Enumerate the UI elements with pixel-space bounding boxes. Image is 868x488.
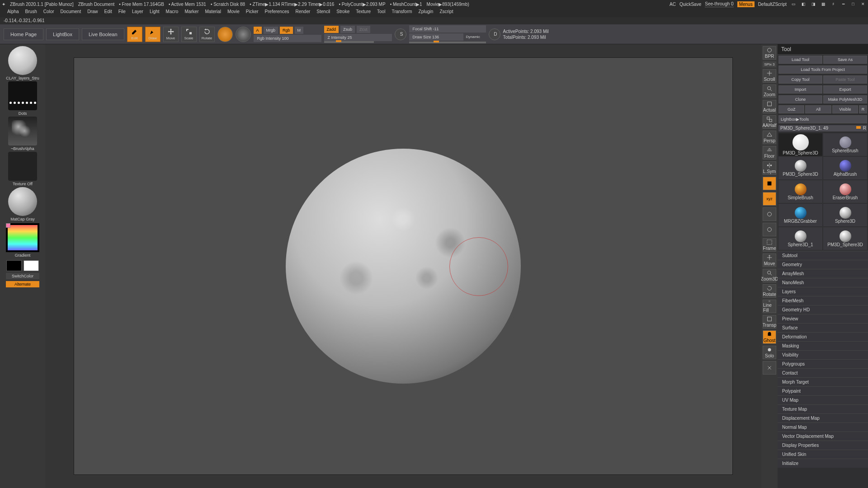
acc-arraymesh[interactable]: ArrayMesh [778,269,868,278]
gizmo-orb-a[interactable] [217,27,233,42]
tool-6[interactable]: MRGBZGrabber [778,204,822,226]
ricon-solo[interactable]: Solo [763,346,776,359]
menu-layer[interactable]: Layer [132,9,143,16]
acc-displayprops[interactable]: Display Properties [778,441,868,450]
minimize-icon[interactable]: ━ [840,1,846,7]
menu-zplugin[interactable]: Zplugin [419,9,434,16]
menu-brush[interactable]: Brush [25,9,37,16]
tab-home[interactable]: Home Page [4,28,43,40]
alpha-thumb[interactable] [8,117,37,145]
menu-movie[interactable]: Movie [227,9,240,16]
acc-morphtarget[interactable]: Morph Target [778,377,868,386]
maximize-icon[interactable]: □ [850,1,856,7]
zcut-toggle[interactable]: Zcut [357,26,370,33]
ricon-frame[interactable]: Frame [763,238,776,252]
menu-preferences[interactable]: Preferences [265,9,289,16]
mode-edit[interactable]: Edit [127,27,142,42]
ricon-move[interactable]: Move [763,253,776,267]
mode-rotate[interactable]: Rotate [199,27,215,42]
draw-size-slider[interactable] [409,42,486,43]
window-icon-3[interactable]: ◨ [810,1,816,7]
btn-pastetool[interactable]: Paste Tool [823,75,867,84]
matcap-thumb[interactable] [8,187,37,216]
menu-picker[interactable]: Picker [246,9,259,16]
tool-5[interactable]: EraserBrush [823,180,867,203]
ricon-transp[interactable]: Transp [763,315,776,328]
acc-unifiedskin[interactable]: Unified Skin [778,450,868,459]
dynamic-label[interactable]: Dynamic [466,35,480,39]
acc-uvmap[interactable]: UV Map [778,395,868,404]
ricon-rotate[interactable]: Rotate [763,284,776,298]
ricon-ghost[interactable]: Ghost [763,330,776,344]
ricon-zoom[interactable]: Zoom [763,84,776,98]
mrgb-toggle[interactable]: Mrgb [264,27,278,34]
zadd-toggle[interactable]: Zadd [324,26,339,33]
menus-toggle[interactable]: Menus [737,1,755,7]
acc-geometry[interactable]: Geometry [778,260,868,269]
ricon-scroll[interactable]: Scroll [763,69,776,83]
tool-0[interactable]: PM3D_Sphere3D [778,133,822,156]
menu-marker[interactable]: Marker [184,9,198,16]
acc-dispmap[interactable]: Displacement Map [778,413,868,422]
acc-contact[interactable]: Contact [778,368,868,377]
btn-visible[interactable]: Visible [832,105,858,113]
m-toggle[interactable]: M [295,27,304,34]
ricon-aahalf[interactable]: AAHalf [763,115,776,129]
acc-surface[interactable]: Surface [778,323,868,332]
acc-deformation[interactable]: Deformation [778,332,868,341]
quicksave-button[interactable]: QuickSave [679,2,701,7]
tool-3[interactable]: AlphaBrush [823,157,867,179]
btn-saveas[interactable]: Save As [823,56,867,64]
draw-size[interactable]: Draw Size 136 [409,33,463,41]
stroke-thumb[interactable] [8,81,37,110]
swatch-white[interactable] [24,260,39,271]
tool-9[interactable]: PM3D_Sphere3D [823,227,867,250]
ricon-lsym[interactable]: L.Sym [763,161,776,175]
ricon-b[interactable] [763,223,776,236]
tool-title[interactable]: Tool [778,44,868,55]
ricon-actual[interactable]: Actual [763,100,776,113]
acc-vdm[interactable]: Vector Displacement Map [778,432,868,441]
menu-transform[interactable]: Transform [392,9,412,16]
texture-thumb[interactable] [8,152,37,181]
spix[interactable]: SPix 3 [763,61,776,67]
acc-nanomesh[interactable]: NanoMesh [778,278,868,287]
focal-shift[interactable]: Focal Shift -11 [409,25,486,33]
window-icon-2[interactable]: ◧ [800,1,807,7]
tool-4[interactable]: SimpleBrush [778,180,822,203]
acc-normalmap[interactable]: Normal Map [778,422,868,432]
mode-scale[interactable]: Scale [181,27,197,42]
alternate[interactable]: Alternate [6,281,39,287]
tool-8[interactable]: Sphere3D_1 [778,227,822,250]
btn-all[interactable]: All [805,105,831,113]
btn-export[interactable]: Export [823,85,867,94]
btn-clone[interactable]: Clone [778,95,822,103]
tool-7[interactable]: Sphere3D [823,204,867,226]
ricon-floor[interactable]: Floor [763,146,776,160]
menu-color[interactable]: Color [43,9,54,16]
menu-light[interactable]: Light [150,9,160,16]
swatch-black[interactable] [6,260,22,271]
ricon-last[interactable] [763,361,776,375]
dial-d[interactable]: D [489,28,500,40]
a-toggle[interactable]: A [254,27,262,34]
brush-thumb[interactable] [8,46,37,75]
acc-fibermesh[interactable]: FiberMesh [778,296,868,305]
seethrough[interactable]: See-through 0 [705,1,733,7]
color-picker[interactable] [6,223,39,252]
menu-alpha[interactable]: Alpha [7,9,19,16]
gizmo-orb-b[interactable] [236,27,251,42]
close-icon[interactable]: ✕ [860,1,866,7]
menu-file[interactable]: File [118,9,126,16]
acc-visibility[interactable]: Visibility [778,350,868,359]
btn-loadtool[interactable]: Load Tool [778,56,822,64]
mode-draw[interactable]: Draw [145,27,160,42]
tab-lightbox[interactable]: LightBox [46,28,79,40]
menu-zscript[interactable]: Zscript [439,9,453,16]
rgb-intensity[interactable]: Rgb Intensity 100 [254,35,321,42]
acc-subtool[interactable]: Subtool [778,251,868,260]
tab-liveboolean[interactable]: Live Boolean [82,28,124,40]
acc-polygroups[interactable]: Polygroups [778,359,868,368]
zscript[interactable]: DefaultZScript [758,2,787,7]
tool-2[interactable]: PM3D_Sphere3D [778,157,822,179]
